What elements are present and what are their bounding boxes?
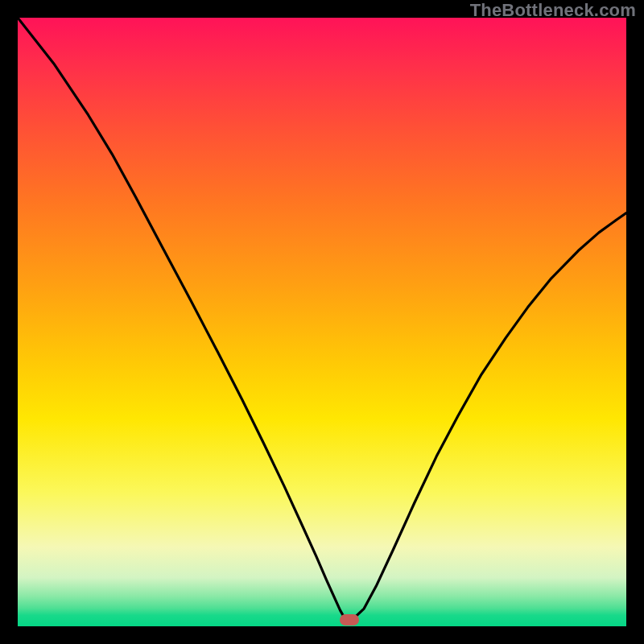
bottleneck-marker: [340, 614, 359, 625]
chart-stage: TheBottleneck.com: [0, 0, 644, 644]
bottleneck-curve: [18, 18, 626, 626]
curve-path: [18, 18, 626, 619]
plot-area: [18, 18, 626, 626]
